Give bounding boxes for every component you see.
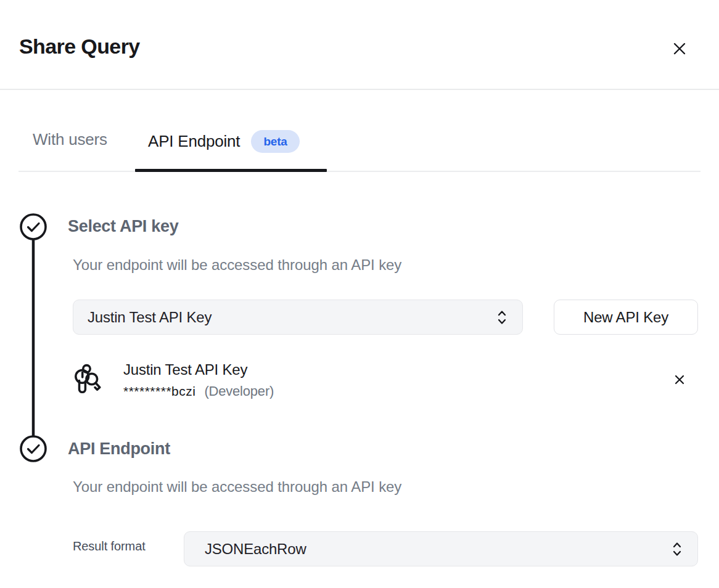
selected-key-role: (Developer) xyxy=(204,383,274,399)
beta-badge: beta xyxy=(251,130,299,153)
step-1-check-circle-icon xyxy=(21,214,46,239)
step-2-subtitle: Your endpoint will be accessed through a… xyxy=(73,478,401,496)
page-title: Share Query xyxy=(19,35,140,59)
header-divider xyxy=(0,89,719,90)
tab-with-users-label: With users xyxy=(33,130,107,149)
step-1-title: Select API key xyxy=(68,217,178,236)
step-1-subtitle: Your endpoint will be accessed through a… xyxy=(73,256,401,274)
x-icon xyxy=(673,374,686,388)
tabs-baseline xyxy=(18,171,701,172)
selected-key-name: Justin Test API Key xyxy=(123,361,247,378)
remove-key-button[interactable] xyxy=(671,372,688,389)
result-format-select-value: JSONEachRow xyxy=(184,541,669,558)
result-format-select[interactable]: JSONEachRow xyxy=(184,531,698,566)
share-query-modal: Share Query With users API Endpoint beta xyxy=(0,0,719,588)
stepper-rail xyxy=(18,212,48,465)
x-icon xyxy=(672,41,688,59)
api-key-select[interactable]: Justin Test API Key xyxy=(73,300,523,335)
api-key-select-value: Justin Test API Key xyxy=(73,309,494,326)
new-api-key-button[interactable]: New API Key xyxy=(554,300,698,335)
step-2-title: API Endpoint xyxy=(68,439,170,459)
selected-key-meta: *********bczi (Developer) xyxy=(123,383,274,399)
tab-with-users[interactable]: With users xyxy=(33,130,107,149)
tab-api-endpoint[interactable]: API Endpoint beta xyxy=(148,130,300,153)
keys-icon xyxy=(72,363,102,395)
active-tab-underline xyxy=(135,169,327,172)
step-2-check-circle-icon xyxy=(21,436,46,461)
caret-up-down-icon xyxy=(669,540,685,558)
tab-api-endpoint-label: API Endpoint xyxy=(148,132,240,151)
result-format-label: Result format xyxy=(73,539,146,553)
selected-key-masked-value: *********bczi xyxy=(123,384,195,399)
caret-up-down-icon xyxy=(494,308,510,327)
close-modal-button[interactable] xyxy=(668,38,691,60)
